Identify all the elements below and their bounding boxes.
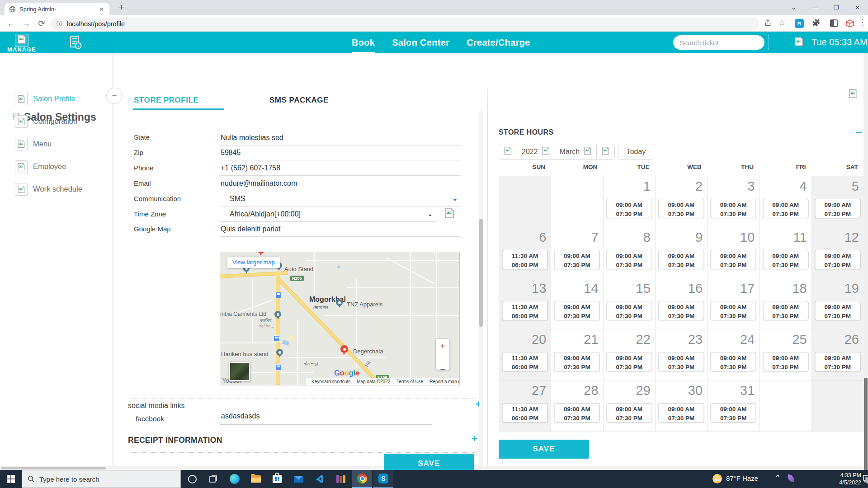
taskbar-search-box[interactable]: Type here to search <box>22 470 181 488</box>
start-button[interactable] <box>0 470 22 488</box>
taskbar-app-store[interactable] <box>267 470 287 488</box>
tab-store-profile[interactable]: STORE PROFILE <box>134 96 198 105</box>
sidebar-item-work-schedule[interactable]: Work schedule <box>0 178 113 200</box>
horizontal-scrollbar-thumb[interactable] <box>1 467 106 469</box>
tab-close-icon[interactable]: ✕ <box>98 6 105 13</box>
store-hours-button-day-25[interactable]: 09:00 AM07:30 PM <box>763 352 808 371</box>
tab-search-icon[interactable]: ⌄ <box>783 0 804 15</box>
taskbar-app-vscode[interactable] <box>310 470 330 488</box>
store-hours-button-day-16[interactable]: 09:00 AM07:30 PM <box>658 301 704 320</box>
keyboard-shortcuts-link[interactable]: Keyboard shortcuts <box>311 379 350 384</box>
logo-broken-image[interactable] <box>15 34 28 47</box>
view-larger-map-link[interactable]: View larger map <box>227 257 280 268</box>
minimize-icon[interactable]: — <box>804 0 826 15</box>
map-pin-garments[interactable] <box>274 311 281 318</box>
store-hours-button-day-26[interactable]: 09:00 AM07:30 PM <box>815 352 860 371</box>
taskbar-app-chrome[interactable] <box>352 470 372 488</box>
view-toggle-button[interactable] <box>597 144 614 159</box>
taskbar-app-skype[interactable]: S <box>373 470 393 488</box>
store-hours-button-day-18[interactable]: 09:00 AM07:30 PM <box>763 301 808 320</box>
weather-icon[interactable] <box>712 474 722 483</box>
store-hours-button-day-19[interactable]: 09:00 AM07:30 PM <box>815 301 860 320</box>
taskbar-weather[interactable]: 87°F Haze <box>726 474 758 482</box>
store-hours-button-day-10[interactable]: 09:00 AM07:30 PM <box>711 250 756 269</box>
store-hours-button-day-30[interactable]: 09:00 AM07:30 PM <box>658 403 704 422</box>
calendar-icon-button[interactable] <box>499 144 517 159</box>
store-hours-button-day-22[interactable]: 09:00 AM07:30 PM <box>606 352 652 371</box>
nav-book[interactable]: Book <box>352 32 375 53</box>
store-hours-button-day-12[interactable]: 09:00 AM07:30 PM <box>815 250 860 269</box>
month-select[interactable]: March <box>555 144 597 159</box>
store-hours-save-button[interactable]: SAVE <box>499 440 589 459</box>
store-hours-button-day-28[interactable]: 09:00 AM07:30 PM <box>554 403 600 422</box>
store-hours-button-day-4[interactable]: 09:00 AM07:30 PM <box>763 199 808 218</box>
store-hours-button-day-11[interactable]: 09:00 AM07:30 PM <box>763 250 808 269</box>
forward-icon[interactable]: → <box>20 17 33 30</box>
store-hours-button-day-6[interactable]: 11:30 AM06:00 PM <box>502 250 548 269</box>
map-pin-hariken[interactable] <box>276 349 283 356</box>
site-info-icon[interactable]: ⓘ <box>57 20 62 28</box>
share-icon[interactable] <box>764 19 772 28</box>
reload-icon[interactable]: ⟳ <box>35 17 48 30</box>
taskbar-app-edge[interactable] <box>225 470 245 488</box>
store-hours-button-day-14[interactable]: 09:00 AM07:30 PM <box>554 301 600 320</box>
store-hours-button-day-24[interactable]: 09:00 AM07:30 PM <box>711 352 756 371</box>
facebook-input[interactable]: asdasdasds <box>220 408 432 425</box>
url-bar[interactable]: ⓘ localhost/pos/profile <box>51 18 760 30</box>
terms-of-use-link[interactable]: Terms of Use <box>396 379 423 384</box>
debugbar-extension-icon[interactable] <box>844 18 855 31</box>
store-hours-button-day-21[interactable]: 09:00 AM07:30 PM <box>554 352 600 371</box>
dark-reader-extension-icon[interactable] <box>830 19 838 27</box>
page-scrollbar-thumb[interactable] <box>864 378 868 470</box>
report-info-icon[interactable]: i <box>69 35 82 52</box>
store-hours-button-day-20[interactable]: 11:30 AM06:00 PM <box>502 352 548 371</box>
pen-tray-icon[interactable] <box>787 474 795 482</box>
sidebar-item-menu[interactable]: Menu <box>0 132 113 155</box>
map-pin-degerchala[interactable] <box>340 345 348 353</box>
store-hours-button-day-31[interactable]: 09:00 AM07:30 PM <box>711 403 756 422</box>
nav-create-charge[interactable]: Create/Charge <box>467 32 530 53</box>
restore-icon[interactable]: ❐ <box>826 0 847 15</box>
app-logo[interactable]: MANAGE <box>4 46 40 53</box>
store-hours-button-day-3[interactable]: 09:00 AM07:30 PM <box>711 199 756 218</box>
store-hours-button-day-8[interactable]: 09:00 AM07:30 PM <box>606 250 652 269</box>
taskbar-app-file-explorer[interactable] <box>246 470 266 488</box>
google-map-embed[interactable]: N105 N105 gra Auto Stand Mogorkhal মোগরখ… <box>220 252 460 385</box>
report-map-error-link[interactable]: Report a map error <box>429 379 460 384</box>
expand-receipt-button[interactable]: + <box>472 433 477 445</box>
map-zoom-out-button[interactable]: − <box>436 362 449 377</box>
store-hours-collapse-icon[interactable] <box>856 132 862 133</box>
browser-menu-icon[interactable]: ⋮ <box>858 18 867 27</box>
search-ticket-input[interactable] <box>673 35 764 50</box>
google-map-input[interactable]: Quis deleniti pariat <box>220 221 461 237</box>
taskbar-app-cortana[interactable] <box>182 470 202 488</box>
new-tab-button[interactable]: + <box>116 1 127 13</box>
map-pin-tnz[interactable] <box>336 299 343 306</box>
sidebar-item-salon-profile[interactable]: Salon Profile <box>0 87 113 110</box>
taskbar-clock[interactable]: 4:33 PM 4/5/2022 <box>834 472 861 486</box>
store-hours-button-day-23[interactable]: 09:00 AM07:30 PM <box>658 352 704 371</box>
browser-tab[interactable]: Spring Admin- ✕ <box>5 3 109 15</box>
back-icon[interactable]: ← <box>5 17 17 30</box>
map-zoom-in-button[interactable]: + <box>436 339 449 354</box>
sidebar-collapse-button[interactable]: − <box>106 88 123 104</box>
store-hours-button-day-17[interactable]: 09:00 AM07:30 PM <box>711 301 756 320</box>
zip-input[interactable]: 59845 <box>220 145 461 160</box>
communication-select[interactable]: SMS⌄ <box>220 191 461 206</box>
store-hours-button-day-27[interactable]: 11:30 AM06:00 PM <box>502 403 548 422</box>
fake-filler-extension-icon[interactable]: FI <box>795 19 804 28</box>
satellite-toggle-thumbnail[interactable] <box>229 362 250 381</box>
store-hours-button-day-5[interactable]: 09:00 AM07:30 PM <box>815 199 860 218</box>
sidebar-item-employee[interactable]: Employee <box>0 155 113 178</box>
store-hours-button-day-15[interactable]: 09:00 AM07:30 PM <box>606 301 652 320</box>
taskbar-app-task-view[interactable] <box>203 470 223 488</box>
store-hours-button-day-1[interactable]: 09:00 AM07:30 PM <box>606 199 652 218</box>
bookmark-star-icon[interactable]: ☆ <box>778 18 785 28</box>
time-zone-select[interactable]: Africa/Abidjan[+00:00]⌄ <box>220 206 436 222</box>
nav-salon-center[interactable]: Salon Center <box>392 32 449 53</box>
tray-chevron-up-icon[interactable]: ⌃ <box>775 474 781 482</box>
phone-input[interactable]: +1 (562) 607-1758 <box>220 160 461 176</box>
extensions-puzzle-icon[interactable]: 🧩 <box>812 19 821 27</box>
store-hours-button-day-13[interactable]: 11:30 AM06:00 PM <box>502 301 548 320</box>
map-pin-red[interactable] <box>257 252 265 253</box>
